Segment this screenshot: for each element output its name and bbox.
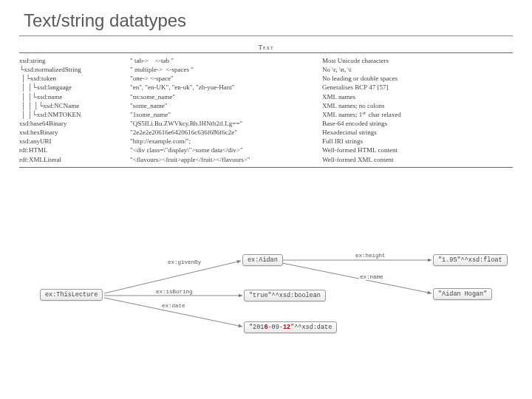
node-bool: "true"^^xsd:boolean [244,290,326,301]
datatype-example: "one-> <-space" [130,74,322,83]
table-row: rdf:HTML"<div class=\"display\">some dat… [19,146,513,154]
node-height: "1.95"^^xsd:float [433,254,508,266]
datatype-example: "http://example.com/"; [130,137,322,146]
table-row: │ │└xsd:NMTOKEN"1some_name"XML names; 1ˢ… [19,110,513,119]
table-row: │ │ │└xsd:NCName"some_name"XML names; no… [19,101,513,110]
datatype-example: "QS5ILi.Bu.ZWVkcy.Bh.IHNtb2tl.Lg==" [130,119,322,128]
datatype-name: │└xsd:token [19,74,130,83]
svg-line-4 [282,263,432,293]
datatype-table: xsd:string" tab-> <-tab "Most Unicode ch… [19,52,513,168]
datatype-desc: Most Unicode characters [322,56,513,65]
datatype-desc: XML names [322,92,513,101]
table-row: │ │└xsd:name"ns:some_name"XML names [19,92,513,101]
datatype-desc: No \r, \n, \t [322,65,513,74]
datatype-name: │ │└xsd:NMTOKEN [19,110,130,119]
edge-name: ex:name [359,274,384,280]
datatype-desc: Generalises BCP 47 [57] [322,83,513,92]
datatype-name: rdf:HTML [19,146,130,154]
node-lecture: ex:ThisLecture [40,289,103,301]
datatype-example: " tab-> <-tab " [130,56,322,65]
datatype-name: xsd:hexBinary [19,128,130,137]
datatype-example: "some_name" [130,101,322,110]
datatype-name: rdf:XMLLiteral [19,155,130,164]
table-row: xsd:base64Binary"QS5ILi.Bu.ZWVkcy.Bh.IHN… [19,119,513,128]
datatype-example: "1some_name" [130,110,322,119]
datatype-name: │ │└xsd:name [19,92,130,101]
table-row: xsd:anyURI"http://example.com/";Full IRI… [19,137,513,146]
datatype-name: └xsd:normalizedString [19,65,130,74]
page-title: Text/string datatypes [24,10,513,31]
table-row: xsd:hexBinary"2e2e2e20616e6420616c636f68… [19,128,513,137]
datatype-desc: Well-formed HTML content [322,146,513,154]
datatype-example: " multiple-> <-spaces " [130,65,322,74]
datatype-desc: XML names; no colons [322,101,513,110]
datatype-name: xsd:anyURI [19,137,130,146]
table-row: │ │└xsd:language"en", "en-UK", "en-uk", … [19,83,513,92]
datatype-name: │ │└xsd:language [19,83,130,92]
datatype-example: "en", "en-UK", "en-uk", "zh-yue-Hant" [130,83,322,92]
table-row: └xsd:normalizedString" multiple-> <-spac… [19,65,513,74]
node-date: "2016-09-12"^^xsd:date [244,321,337,333]
rdf-graph: ex:ThisLecture ex:Aidan "true"^^xsd:bool… [19,249,513,352]
edge-isboring: ex:isBoring [155,289,194,295]
node-name: "Aidan Hogan" [433,288,492,300]
table-row: rdf:XMLLiteral"<flavours><fruit>apple</f… [19,155,513,164]
datatype-desc: XML names; 1ˢᵗ char relaxed [322,110,513,119]
datatype-desc: No leading or double spaces [322,74,513,83]
datatype-name: xsd:string [19,56,130,65]
datatype-example: "<div class=\"display\">some data</div>" [130,146,322,154]
edge-height: ex:height [355,253,386,259]
edge-givenby: ex:givenBy [167,259,202,265]
table-row: │└xsd:token"one-> <-space"No leading or … [19,74,513,83]
node-aidan: ex:Aidan [242,254,283,266]
divider [19,35,513,36]
datatype-desc: Hexadecimal strings [322,128,513,137]
datatype-example: "2e2e2e20616e6420616c636f686f6c2e" [130,128,322,137]
datatype-example: "ns:some_name" [130,92,322,101]
datatype-example: "<flavours><fruit>apple</fruit></flavour… [130,155,322,164]
datatype-name: xsd:base64Binary [19,119,130,128]
table-caption: Text [19,44,513,51]
datatype-name: │ │ │└xsd:NCName [19,101,130,110]
edge-date: ex:date [161,303,186,309]
table-row: xsd:string" tab-> <-tab "Most Unicode ch… [19,56,513,65]
datatype-desc: Well-formed XML content [322,155,513,164]
datatype-desc: Base-64 encoded strings [322,119,513,128]
svg-line-2 [104,298,242,327]
datatype-desc: Full IRI strings [322,137,513,146]
